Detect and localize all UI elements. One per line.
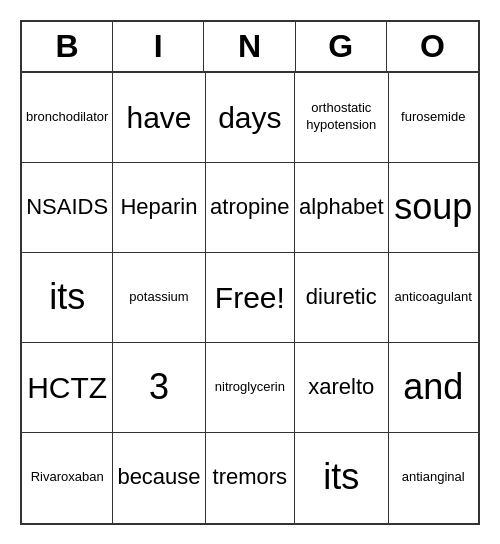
bingo-cell: orthostatic hypotension — [295, 73, 388, 163]
bingo-cell: and — [389, 343, 479, 433]
header-letter: O — [387, 22, 478, 71]
bingo-cell: because — [113, 433, 205, 523]
bingo-cell: Heparin — [113, 163, 205, 253]
cell-text: Rivaroxaban — [31, 469, 104, 486]
bingo-cell: its — [22, 253, 113, 343]
bingo-cell: soup — [389, 163, 479, 253]
cell-text: potassium — [129, 289, 188, 306]
bingo-cell: antianginal — [389, 433, 479, 523]
cell-text: its — [323, 454, 359, 501]
cell-text: atropine — [210, 193, 290, 222]
bingo-card: BINGO bronchodilatorhavedaysorthostatic … — [20, 20, 480, 525]
bingo-cell: xarelto — [295, 343, 388, 433]
bingo-cell: Rivaroxaban — [22, 433, 113, 523]
header-letter: N — [204, 22, 295, 71]
cell-text: bronchodilator — [26, 109, 108, 126]
bingo-cell: atropine — [206, 163, 296, 253]
cell-text: diuretic — [306, 283, 377, 312]
cell-text: 3 — [149, 364, 169, 411]
bingo-cell: tremors — [206, 433, 296, 523]
bingo-cell: anticoagulant — [389, 253, 479, 343]
cell-text: antianginal — [402, 469, 465, 486]
bingo-grid: bronchodilatorhavedaysorthostatic hypote… — [22, 73, 478, 523]
header-letter: G — [296, 22, 387, 71]
header-letter: B — [22, 22, 113, 71]
header-letter: I — [113, 22, 204, 71]
bingo-cell: days — [206, 73, 296, 163]
bingo-cell: diuretic — [295, 253, 388, 343]
cell-text: orthostatic hypotension — [299, 100, 383, 134]
cell-text: have — [126, 98, 191, 137]
cell-text: its — [49, 274, 85, 321]
bingo-cell: furosemide — [389, 73, 479, 163]
bingo-cell: NSAIDS — [22, 163, 113, 253]
cell-text: Heparin — [120, 193, 197, 222]
cell-text: alphabet — [299, 193, 383, 222]
cell-text: xarelto — [308, 373, 374, 402]
cell-text: soup — [394, 184, 472, 231]
bingo-cell: alphabet — [295, 163, 388, 253]
bingo-cell: Free! — [206, 253, 296, 343]
cell-text: and — [403, 364, 463, 411]
bingo-header: BINGO — [22, 22, 478, 73]
cell-text: because — [117, 463, 200, 492]
bingo-cell: 3 — [113, 343, 205, 433]
cell-text: anticoagulant — [395, 289, 472, 306]
bingo-cell: potassium — [113, 253, 205, 343]
cell-text: tremors — [213, 463, 288, 492]
bingo-cell: have — [113, 73, 205, 163]
bingo-cell: HCTZ — [22, 343, 113, 433]
cell-text: NSAIDS — [26, 193, 108, 222]
cell-text: nitroglycerin — [215, 379, 285, 396]
cell-text: Free! — [215, 278, 285, 317]
bingo-cell: bronchodilator — [22, 73, 113, 163]
cell-text: furosemide — [401, 109, 465, 126]
bingo-cell: nitroglycerin — [206, 343, 296, 433]
cell-text: HCTZ — [27, 368, 107, 407]
bingo-cell: its — [295, 433, 388, 523]
cell-text: days — [218, 98, 281, 137]
